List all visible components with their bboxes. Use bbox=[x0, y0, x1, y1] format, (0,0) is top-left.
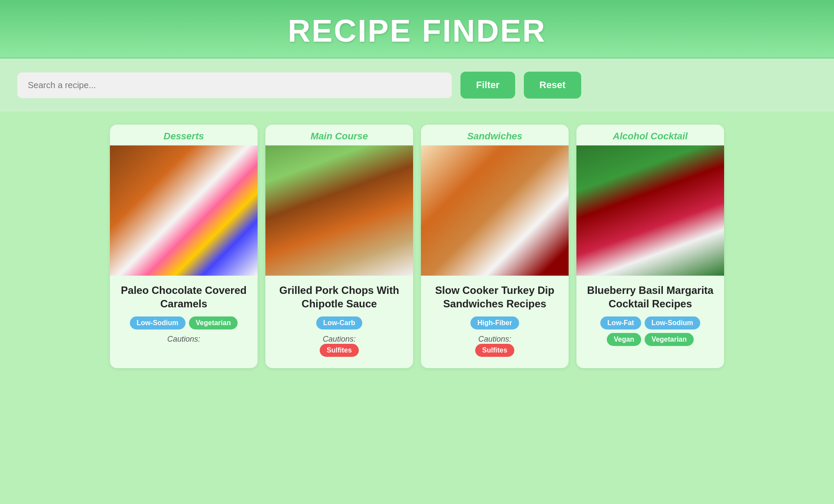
caution-tag: Sulfites bbox=[320, 344, 359, 357]
recipe-card-2[interactable]: Main CourseGrilled Pork Chops With Chipo… bbox=[265, 125, 413, 368]
cards-section: DessertsPaleo Chocolate Covered Caramels… bbox=[0, 112, 834, 381]
card-tags: Low-SodiumVegetarian bbox=[117, 316, 251, 329]
caution-tag: Sulfites bbox=[475, 344, 514, 357]
reset-button[interactable]: Reset bbox=[524, 72, 581, 99]
recipe-card-1[interactable]: DessertsPaleo Chocolate Covered Caramels… bbox=[110, 125, 258, 368]
recipe-card-4[interactable]: Alcohol CocktailBlueberry Basil Margarit… bbox=[576, 125, 724, 368]
caution-label: Cautions: bbox=[117, 335, 251, 344]
caution-label: Cautions: bbox=[428, 335, 562, 344]
card-tags: Low-Carb bbox=[272, 316, 406, 329]
tag: High-Fiber bbox=[470, 316, 519, 329]
card-tags: High-Fiber bbox=[428, 316, 562, 329]
page-header: RECIPE FINDER bbox=[0, 0, 834, 59]
card-category: Desserts bbox=[110, 125, 258, 145]
card-category: Sandwiches bbox=[421, 125, 569, 145]
tag: Low-Fat bbox=[600, 316, 641, 329]
card-image bbox=[110, 145, 258, 276]
card-category: Alcohol Cocktail bbox=[576, 125, 724, 145]
recipe-card-3[interactable]: SandwichesSlow Cooker Turkey Dip Sandwic… bbox=[421, 125, 569, 368]
card-image bbox=[576, 145, 724, 276]
card-title: Paleo Chocolate Covered Caramels bbox=[117, 283, 251, 310]
card-category: Main Course bbox=[265, 125, 413, 145]
card-title: Blueberry Basil Margarita Cocktail Recip… bbox=[583, 283, 717, 310]
tag: Vegetarian bbox=[645, 333, 694, 346]
tag: Vegetarian bbox=[189, 316, 238, 329]
tag: Low-Sodium bbox=[645, 316, 700, 329]
caution-tags: Sulfites bbox=[428, 344, 562, 357]
tag: Low-Carb bbox=[316, 316, 362, 329]
card-title: Grilled Pork Chops With Chipotle Sauce bbox=[272, 283, 406, 310]
page-title: RECIPE FINDER bbox=[0, 13, 834, 49]
caution-label: Cautions: bbox=[272, 335, 406, 344]
caution-tags: Sulfites bbox=[272, 344, 406, 357]
card-image bbox=[265, 145, 413, 276]
card-tags: Low-FatLow-SodiumVeganVegetarian bbox=[583, 316, 717, 346]
search-input[interactable] bbox=[17, 72, 452, 98]
card-image bbox=[421, 145, 569, 276]
tag: Vegan bbox=[607, 333, 641, 346]
filter-button[interactable]: Filter bbox=[460, 72, 515, 99]
tag: Low-Sodium bbox=[130, 316, 185, 329]
card-title: Slow Cooker Turkey Dip Sandwiches Recipe… bbox=[428, 283, 562, 310]
search-section: Filter Reset bbox=[0, 59, 834, 112]
